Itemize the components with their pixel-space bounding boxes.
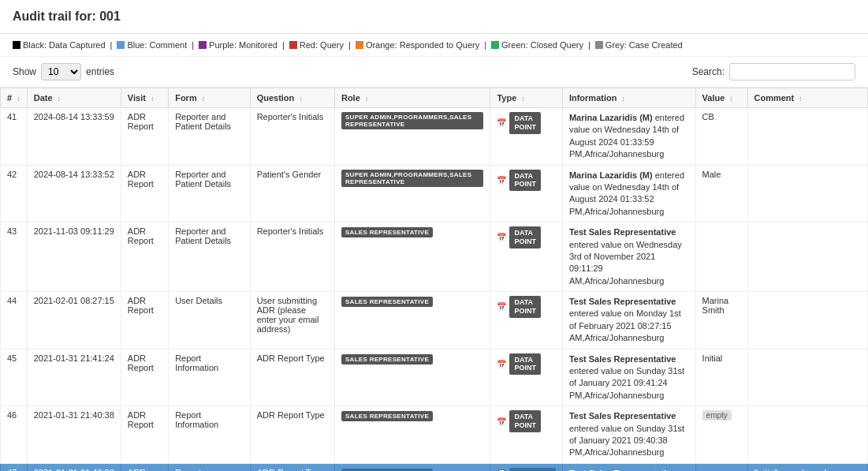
legend-label-blue: Blue: Comment <box>127 40 187 50</box>
cell-role: SALES REPRESENTATIVE <box>334 406 490 464</box>
table-row: 462021-01-31 21:40:38ADR ReportReport In… <box>1 406 868 464</box>
col-num[interactable]: # ↕ <box>1 88 28 108</box>
cell-date: 2021-11-03 09:11:29 <box>27 222 121 292</box>
col-visit[interactable]: Visit ↕ <box>121 88 168 108</box>
show-entries: Show 10 25 50 100 entries <box>13 63 114 80</box>
cell-information: Test Sales Representative entered value … <box>562 292 695 350</box>
cell-visit: ADR Report <box>121 222 168 292</box>
cell-form: Reporter and Patient Details <box>169 108 250 166</box>
col-role[interactable]: Role ↕ <box>334 88 490 108</box>
table-row: 432021-11-03 09:11:29ADR ReportReporter … <box>1 222 868 292</box>
cell-num: 45 <box>1 349 28 406</box>
cell-date: 2021-01-31 21:40:38 <box>27 406 121 464</box>
cell-information: Marina Lazaridis (M) entered value on We… <box>562 165 695 222</box>
search-bar: Search: <box>692 63 855 80</box>
cell-date: 2024-08-14 13:33:59 <box>27 108 121 166</box>
legend-dot-purple <box>199 41 207 49</box>
legend-dot-red <box>289 41 297 49</box>
cell-role: SALES REPRESENTATIVE <box>334 292 490 350</box>
cell-visit: ADR Report <box>121 165 168 222</box>
role-badge: SALES REPRESENTATIVE <box>341 297 433 307</box>
legend-dot-grey <box>595 41 603 49</box>
cell-visit: ADR Report <box>121 406 168 464</box>
search-input[interactable] <box>729 63 855 80</box>
info-text: Marina Lazaridis (M) entered value on We… <box>569 170 684 216</box>
table-header-row: # ↕ Date ↕ Visit ↕ Form ↕ Question ↕ Rol… <box>1 88 868 108</box>
legend-sep-4: | <box>348 40 351 50</box>
type-data-point: DATAPOINT <box>509 353 541 376</box>
role-badge: SALES REPRESENTATIVE <box>341 411 433 421</box>
col-question[interactable]: Question ↕ <box>250 88 334 108</box>
legend-item-red: Red: Query <box>289 40 344 50</box>
cell-information: Test Sales Representative created a comm… <box>562 463 695 471</box>
cell-type: 📅DATAPOINT <box>490 222 563 292</box>
type-comment: COMMENT <box>509 468 556 471</box>
cell-question: Patient's Gender <box>250 165 334 222</box>
cell-type: 📅DATAPOINT <box>490 108 563 166</box>
value-empty-badge: empty <box>702 410 732 421</box>
type-badge: 📅DATAPOINT <box>497 410 556 432</box>
cell-question: User submitting ADR (please enter your e… <box>250 292 334 350</box>
cell-value <box>695 463 747 471</box>
legend-dot-orange <box>356 41 363 49</box>
cell-role: SALES REPRESENTATIVE <box>334 222 490 292</box>
legend-item-green: Green: Closed Query <box>491 40 583 50</box>
cell-form: Report Information <box>169 406 250 464</box>
legend-label-grey: Grey: Case Created <box>605 40 683 50</box>
legend-dot-green <box>491 41 499 49</box>
cell-comment <box>747 406 867 464</box>
cell-num: 47 <box>1 463 28 471</box>
cell-information: Test Sales Representative entered value … <box>562 406 695 464</box>
cell-value: Marina Smith <box>695 292 747 350</box>
controls-bar: Show 10 25 50 100 entries Search: <box>0 57 868 88</box>
type-badge: 💬COMMENT <box>497 468 556 471</box>
cell-form: Report Information <box>169 463 250 471</box>
cell-value: Male <box>695 165 747 222</box>
cell-information: Test Sales Representative entered value … <box>562 222 695 292</box>
legend-item-orange: Orange: Responded to Query <box>356 40 479 50</box>
cell-type: 📅DATAPOINT <box>490 349 563 406</box>
search-label: Search: <box>692 66 725 77</box>
type-badge: 📅DATAPOINT <box>497 112 556 134</box>
cell-comment: 'Initial' was cleared, reason: Incorrect… <box>747 463 867 471</box>
legend-sep-5: | <box>484 40 486 50</box>
legend-label-black: Black: Data Captured <box>23 40 106 50</box>
type-badge: 📅DATAPOINT <box>497 353 556 376</box>
cell-question: Reporter's Initials <box>250 222 334 292</box>
info-text: Test Sales Representative entered value … <box>569 297 681 342</box>
cell-value: empty <box>695 406 747 464</box>
col-information[interactable]: Information ↕ <box>562 88 695 108</box>
legend-sep-2: | <box>192 40 194 50</box>
cell-form: Report Information <box>169 349 250 406</box>
info-text: Test Sales Representative entered value … <box>569 227 682 286</box>
cell-question: ADR Report Type <box>250 349 334 406</box>
legend-label-orange: Orange: Responded to Query <box>366 40 479 50</box>
table-row: 412024-08-14 13:33:59ADR ReportReporter … <box>1 108 868 166</box>
cell-question: ADR Report Type <box>250 406 334 464</box>
cell-question: ADR Report Type <box>250 463 334 471</box>
col-form[interactable]: Form ↕ <box>169 88 250 108</box>
table-body: 412024-08-14 13:33:59ADR ReportReporter … <box>1 108 868 472</box>
cell-information: Test Sales Representative entered value … <box>562 349 695 406</box>
cell-date: 2021-01-31 21:40:38 <box>27 463 121 471</box>
entries-select[interactable]: 10 25 50 100 <box>41 63 81 80</box>
legend-bar: Black: Data Captured | Blue: Comment | P… <box>0 34 868 57</box>
col-comment[interactable]: Comment ↕ <box>747 88 867 108</box>
cell-num: 43 <box>1 222 28 292</box>
cell-num: 42 <box>1 165 28 222</box>
type-data-point: DATAPOINT <box>509 410 541 432</box>
cell-value: Initial <box>695 349 747 406</box>
col-value[interactable]: Value ↕ <box>695 88 747 108</box>
type-data-point: DATAPOINT <box>509 226 541 249</box>
cell-visit: ADR Report <box>121 292 168 350</box>
cell-comment <box>747 222 867 292</box>
cell-visit: ADR Report <box>121 108 168 166</box>
col-type[interactable]: Type ↕ <box>490 88 563 108</box>
type-badge: 📅DATAPOINT <box>497 226 556 249</box>
col-date[interactable]: Date ↕ <box>27 88 121 108</box>
cell-comment <box>747 349 867 406</box>
legend-sep-6: | <box>588 40 590 50</box>
legend-item-black: Black: Data Captured <box>13 40 106 50</box>
cell-role: SALES REPRESENTATIVE <box>334 463 490 471</box>
cell-type: 📅DATAPOINT <box>490 165 563 222</box>
